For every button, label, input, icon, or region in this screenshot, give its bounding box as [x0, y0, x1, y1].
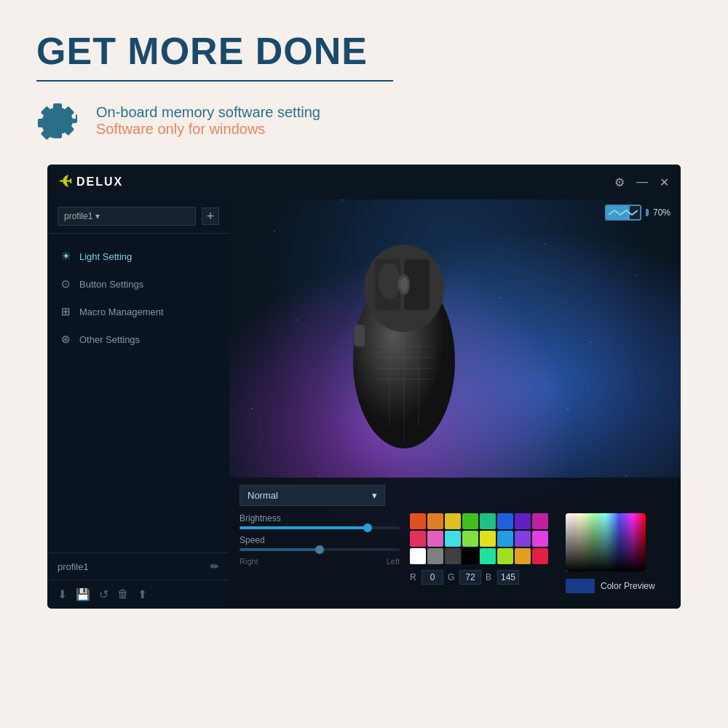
color-cell-4[interactable] [480, 513, 496, 529]
feature-main-text: On-board memory software setting [96, 104, 320, 121]
b-value[interactable]: 145 [497, 570, 519, 585]
color-cell-19[interactable] [462, 548, 478, 564]
color-preview-row: Color Preview [566, 579, 655, 593]
g-value[interactable]: 72 [459, 570, 481, 585]
mode-dropdown[interactable]: Normal ▾ [240, 485, 385, 506]
sidebar-icon-1[interactable]: ⬇ [58, 587, 67, 601]
logo-text: DELUX [76, 175, 123, 189]
svg-point-14 [379, 263, 400, 299]
brightness-label: Brightness [240, 513, 400, 523]
feature-sub-text: Software only for windows [96, 121, 320, 138]
button-settings-icon: ⊙ [59, 277, 72, 290]
nav-item-macro-label: Macro Management [79, 306, 164, 317]
sidebar-footer: profile1 ✏ [47, 553, 229, 579]
page-wrapper: GET MORE DONE On-board memory software s… [0, 0, 728, 728]
brightness-thumb[interactable] [363, 523, 372, 532]
color-cell-20[interactable] [480, 548, 496, 564]
color-cell-15[interactable] [532, 531, 548, 547]
minimize-button[interactable]: — [636, 175, 648, 189]
brightness-row: Brightness [240, 513, 400, 529]
color-cell-11[interactable] [462, 531, 478, 547]
b-label: B [486, 572, 493, 582]
right-label: Right [240, 557, 258, 566]
other-settings-icon: ⊛ [59, 333, 72, 346]
speed-fill [240, 548, 320, 551]
logo-area: ✈ DELUX [59, 173, 123, 191]
nav-item-button-settings[interactable]: ⊙ Button Settings [47, 270, 229, 298]
color-cell-8[interactable] [410, 531, 426, 547]
bp-main: Brightness Speed Rig [240, 513, 670, 593]
sidebar-icon-5[interactable]: ⬆ [138, 587, 147, 601]
color-cell-0[interactable] [410, 513, 426, 529]
r-value[interactable]: 0 [422, 570, 443, 585]
left-label: Left [387, 557, 400, 566]
settings-button[interactable]: ⚙ [614, 175, 625, 189]
color-cell-3[interactable] [462, 513, 478, 529]
color-preview-label: Color Preview [601, 581, 655, 591]
title-divider [36, 80, 393, 82]
profile-edit-button[interactable]: ✏ [210, 561, 219, 572]
feature-text-block: On-board memory software setting Softwar… [96, 104, 320, 138]
nav-item-button-label: Button Settings [79, 279, 143, 290]
speed-label: Speed [240, 535, 400, 545]
sidebar-bottom-icons: ⬇ 💾 ↺ 🗑 ⬆ [47, 579, 229, 609]
rgb-row: R 0 G 72 B 145 [410, 570, 555, 585]
battery-tip [646, 209, 649, 216]
right-left-labels: Right Left [240, 557, 400, 566]
bp-left-controls: Brightness Speed Rig [240, 513, 400, 566]
color-preview-swatch [566, 579, 595, 593]
sidebar-profile-name: profile1 [58, 561, 89, 572]
color-cell-12[interactable] [480, 531, 496, 547]
battery-wave [606, 206, 640, 219]
color-cell-13[interactable] [497, 531, 513, 547]
speed-row: Speed [240, 535, 400, 551]
sidebar-icon-4[interactable]: 🗑 [117, 587, 129, 601]
nav-item-light-setting[interactable]: ☀ Light Setting [47, 242, 229, 270]
bp-row1: Normal ▾ [240, 485, 670, 506]
page-title: GET MORE DONE [36, 29, 692, 73]
color-cell-10[interactable] [445, 531, 461, 547]
close-button[interactable]: ✕ [660, 175, 669, 189]
light-setting-icon: ☀ [59, 250, 72, 263]
r-label: R [410, 572, 417, 582]
battery-percentage: 70% [653, 207, 670, 218]
color-cell-5[interactable] [497, 513, 513, 529]
mode-value: Normal [248, 490, 278, 501]
color-cell-1[interactable] [427, 513, 443, 529]
color-cell-17[interactable] [427, 548, 443, 564]
title-bar-controls: ⚙ — ✕ [614, 175, 669, 189]
color-cell-18[interactable] [445, 548, 461, 564]
color-cell-6[interactable] [515, 513, 531, 529]
nav-item-other-settings[interactable]: ⊛ Other Settings [47, 325, 229, 353]
color-cell-16[interactable] [410, 548, 426, 564]
profile-select[interactable]: profile1 ▾ [58, 207, 196, 226]
brightness-slider[interactable] [240, 526, 400, 529]
mouse-svg [331, 230, 477, 463]
color-cell-21[interactable] [497, 548, 513, 564]
profile-add-button[interactable]: + [202, 207, 219, 225]
nav-items: ☀ Light Setting ⊙ Button Settings ⊞ Macr… [47, 234, 229, 553]
color-cell-14[interactable] [515, 531, 531, 547]
color-cell-23[interactable] [532, 548, 548, 564]
macro-icon: ⊞ [59, 305, 72, 318]
nav-item-other-label: Other Settings [79, 334, 140, 345]
nav-item-macro[interactable]: ⊞ Macro Management [47, 298, 229, 325]
color-cell-9[interactable] [427, 531, 443, 547]
bp-right: Color Preview [566, 513, 655, 593]
svg-point-5 [400, 277, 408, 292]
g-label: G [448, 572, 455, 582]
speed-slider[interactable] [240, 548, 400, 551]
logo-icon: ✈ [59, 173, 72, 191]
sidebar-icon-2[interactable]: 💾 [76, 587, 90, 601]
color-cell-2[interactable] [445, 513, 461, 529]
color-cell-22[interactable] [515, 548, 531, 564]
mouse-image [302, 208, 506, 485]
speed-thumb[interactable] [315, 545, 324, 554]
battery-widget: 70% [605, 205, 670, 221]
color-picker[interactable] [566, 513, 646, 571]
sidebar-icon-3[interactable]: ↺ [99, 587, 108, 601]
color-cell-7[interactable] [532, 513, 548, 529]
title-bar: ✈ DELUX ⚙ — ✕ [47, 165, 681, 199]
svg-rect-6 [355, 325, 365, 347]
sidebar: profile1 ▾ + ☀ Light Setting ⊙ Button Se… [47, 199, 229, 609]
